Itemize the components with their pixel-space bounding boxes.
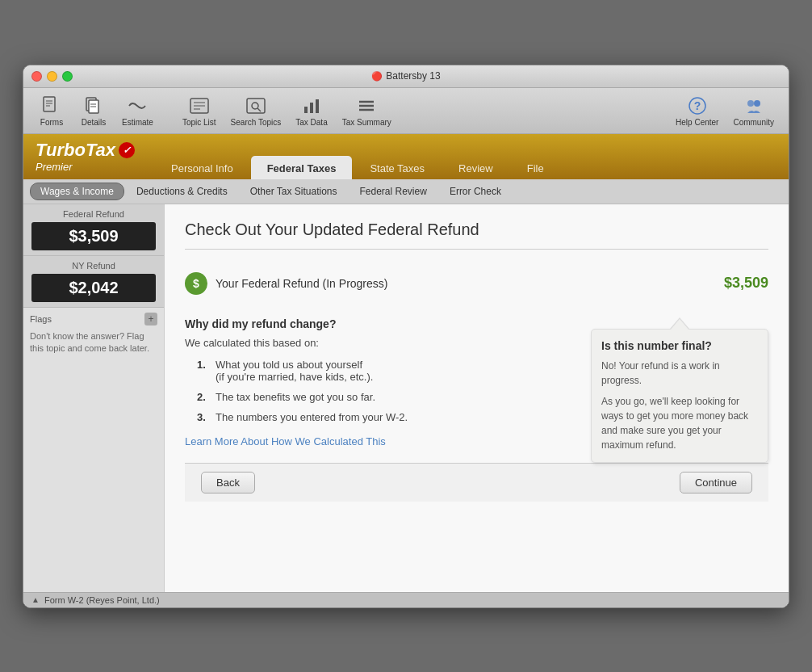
svg-point-23 <box>747 100 754 107</box>
subtab-other-tax-situations[interactable]: Other Tax Situations <box>240 183 348 200</box>
ny-refund-label: NY Refund <box>31 261 156 271</box>
status-text: Form W-2 (Reyes Point, Ltd.) <box>44 595 160 605</box>
why-list: 1. What you told us about yourself (if y… <box>197 359 575 423</box>
status-arrow-icon: ▲ <box>31 595 40 604</box>
refund-status-label: Your Federal Refund (In Progress) <box>216 277 724 290</box>
continue-button[interactable]: Continue <box>680 472 752 494</box>
status-bar: ▲ Form W-2 (Reyes Point, Ltd.) <box>23 592 789 607</box>
community-icon <box>743 94 765 117</box>
turbotax-logo: TurboTax ✓ Premier <box>23 133 147 179</box>
content-area: Federal Refund $3,509 NY Refund $2,042 F… <box>23 204 789 592</box>
why-section: Why did my refund change? We calculated … <box>185 317 768 463</box>
refund-amount-display: $3,509 <box>724 275 768 292</box>
tab-personal-info[interactable]: Personal Info <box>155 158 249 179</box>
svg-line-14 <box>257 108 261 111</box>
list-item: 3. The numbers you entered from your W-2… <box>197 411 575 423</box>
main-content: Check Out Your Updated Federal Refund $ … <box>165 204 789 592</box>
toolbar-community[interactable]: Community <box>726 91 781 130</box>
svg-rect-15 <box>304 107 308 113</box>
list-num: 2. <box>197 391 209 403</box>
toolbar-estimate[interactable]: Estimate <box>115 91 160 130</box>
callout-text2: As you go, we'll keep looking for ways t… <box>601 394 758 452</box>
search-topics-icon <box>245 94 267 117</box>
toolbar: Forms Details Estimate Topic List <box>23 88 789 134</box>
callout-arrow <box>670 317 689 329</box>
learn-more-link[interactable]: Learn More About How We Calculated This <box>185 435 386 447</box>
why-intro: We calculated this based on: <box>185 337 575 349</box>
main-window: 🔴 Battersby 13 Forms Details <box>23 65 789 608</box>
titlebar: 🔴 Battersby 13 <box>23 65 789 88</box>
bottom-bar: Back Continue <box>185 463 768 502</box>
tax-data-icon <box>300 94 323 117</box>
zoom-button[interactable] <box>62 71 73 82</box>
callout-content: Is this number final? No! Your refund is… <box>591 329 768 463</box>
sidebar: Federal Refund $3,509 NY Refund $2,042 F… <box>23 204 165 592</box>
search-topics-label: Search Topics <box>231 118 282 127</box>
tab-review[interactable]: Review <box>442 158 509 179</box>
topic-list-icon <box>188 94 211 117</box>
back-button[interactable]: Back <box>201 472 255 494</box>
toolbar-details[interactable]: Details <box>73 91 114 130</box>
tax-summary-icon <box>355 94 378 117</box>
traffic-lights <box>31 71 73 82</box>
toolbar-forms[interactable]: Forms <box>31 91 72 130</box>
toolbar-mid-group: Topic List Search Topics Tax Data Tax Su… <box>176 91 398 130</box>
callout-text1: No! Your refund is a work in progress. <box>601 359 758 388</box>
federal-refund-box: Federal Refund $3,509 <box>23 204 164 256</box>
estimate-icon <box>126 94 149 117</box>
callout-body: No! Your refund is a work in progress. A… <box>601 359 758 452</box>
help-center-label: Help Center <box>676 118 718 127</box>
list-item: 2. The tax benefits we got you so far. <box>197 391 575 403</box>
svg-text:?: ? <box>693 99 701 112</box>
subtab-error-check[interactable]: Error Check <box>439 183 512 200</box>
flags-add-button[interactable]: + <box>144 313 157 326</box>
svg-rect-16 <box>310 103 313 113</box>
minimize-button[interactable] <box>47 71 57 82</box>
tab-federal-taxes[interactable]: Federal Taxes <box>251 156 353 179</box>
flags-box: Flags + Don't know the answer? Flag this… <box>23 308 164 360</box>
logo-sub: Premier <box>36 161 73 173</box>
list-item-text: The numbers you entered from your W-2. <box>216 411 408 423</box>
federal-refund-amount: $3,509 <box>31 222 156 250</box>
subtab-federal-review[interactable]: Federal Review <box>349 183 437 200</box>
toolbar-topic-list[interactable]: Topic List <box>176 91 223 130</box>
tax-data-label: Tax Data <box>295 118 327 127</box>
toolbar-tax-data[interactable]: Tax Data <box>289 91 333 130</box>
svg-rect-0 <box>44 97 55 111</box>
why-heading: Why did my refund change? <box>185 317 575 330</box>
tab-file[interactable]: File <box>511 158 560 179</box>
subtab-deductions-credits[interactable]: Deductions & Credits <box>126 183 238 200</box>
community-label: Community <box>733 118 774 127</box>
window-title: 🔴 Battersby 13 <box>371 70 440 82</box>
list-item-text: What you told us about yourself (if you'… <box>216 359 373 383</box>
why-main: Why did my refund change? We calculated … <box>185 317 575 463</box>
toolbar-search-topics[interactable]: Search Topics <box>224 91 288 130</box>
forms-icon <box>40 94 63 117</box>
toolbar-help-center[interactable]: ? Help Center <box>669 91 725 130</box>
toolbar-tax-summary[interactable]: Tax Summary <box>336 91 398 130</box>
callout-box: Is this number final? No! Your refund is… <box>591 317 768 463</box>
list-num: 1. <box>197 359 209 383</box>
close-button[interactable] <box>31 71 42 82</box>
main-tabs: Personal Info Federal Taxes State Taxes … <box>147 134 789 179</box>
toolbar-right-group: ? Help Center Community <box>669 91 781 130</box>
callout-title: Is this number final? <box>601 339 758 352</box>
estimate-label: Estimate <box>122 118 153 127</box>
refund-status-row: $ Your Federal Refund (In Progress) $3,5… <box>185 266 768 301</box>
tax-summary-label: Tax Summary <box>342 118 391 127</box>
details-icon <box>82 94 105 117</box>
flags-text: Don't know the answer? Flag this topic a… <box>30 330 157 355</box>
dollar-icon: $ <box>185 272 207 295</box>
tab-state-taxes[interactable]: State Taxes <box>354 158 441 179</box>
svg-point-13 <box>252 103 258 109</box>
logo-checkmark: ✓ <box>119 142 135 158</box>
svg-point-24 <box>754 100 760 107</box>
ny-refund-box: NY Refund $2,042 <box>23 256 164 308</box>
svg-rect-12 <box>247 99 265 113</box>
subtab-wages-income[interactable]: Wages & Income <box>30 183 124 200</box>
svg-rect-17 <box>316 99 319 113</box>
flags-label: Flags <box>30 314 52 324</box>
topic-list-label: Topic List <box>182 118 216 127</box>
list-item-text: The tax benefits we got you so far. <box>216 391 375 403</box>
list-item: 1. What you told us about yourself (if y… <box>197 359 575 383</box>
